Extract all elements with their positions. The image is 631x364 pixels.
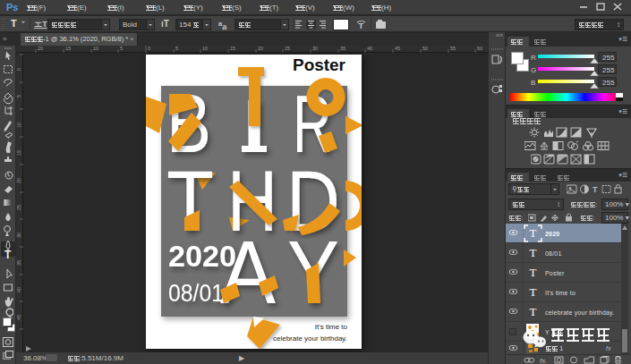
svg-text:45: 45	[395, 46, 400, 51]
svg-text:T: T	[4, 249, 12, 261]
svg-text:15: 15	[230, 46, 235, 51]
svg-text:10: 10	[93, 46, 98, 51]
svg-text:40: 40	[367, 46, 372, 51]
svg-text:25: 25	[16, 205, 21, 210]
svg-text:15: 15	[65, 46, 71, 51]
svg-text:35: 35	[16, 260, 21, 266]
svg-text:60: 60	[477, 46, 482, 51]
svg-text:T: T	[359, 21, 364, 30]
svg-text:30: 30	[16, 233, 21, 238]
svg-text:50: 50	[422, 46, 428, 51]
svg-text:20: 20	[38, 46, 43, 51]
svg-text:2020: 2020	[168, 240, 236, 273]
svg-text:Poster: Poster	[293, 55, 346, 74]
svg-text:It's time to: It's time to	[315, 323, 348, 331]
svg-text:0: 0	[148, 46, 150, 51]
svg-text:fx.: fx.	[540, 357, 547, 364]
svg-text:0: 0	[16, 68, 21, 71]
svg-text:30: 30	[312, 46, 318, 51]
svg-text:10: 10	[16, 123, 21, 128]
svg-text:20: 20	[258, 46, 263, 51]
svg-text:5: 5	[120, 46, 123, 51]
svg-text:25: 25	[285, 46, 290, 51]
svg-text:45: 45	[16, 315, 21, 320]
svg-text:40: 40	[16, 287, 21, 292]
svg-text:35: 35	[340, 46, 345, 51]
svg-text:55: 55	[450, 46, 456, 51]
svg-text:T: T	[593, 185, 598, 194]
svg-text:T: T	[166, 153, 214, 249]
svg-text:10: 10	[202, 46, 208, 51]
svg-text:5: 5	[175, 46, 178, 51]
svg-text:celebrate your birthday.: celebrate your birthday.	[273, 334, 347, 343]
svg-text:15: 15	[16, 150, 21, 156]
svg-text:08/01: 08/01	[168, 280, 224, 307]
svg-text:5: 5	[16, 95, 21, 97]
svg-text:20: 20	[16, 178, 21, 183]
